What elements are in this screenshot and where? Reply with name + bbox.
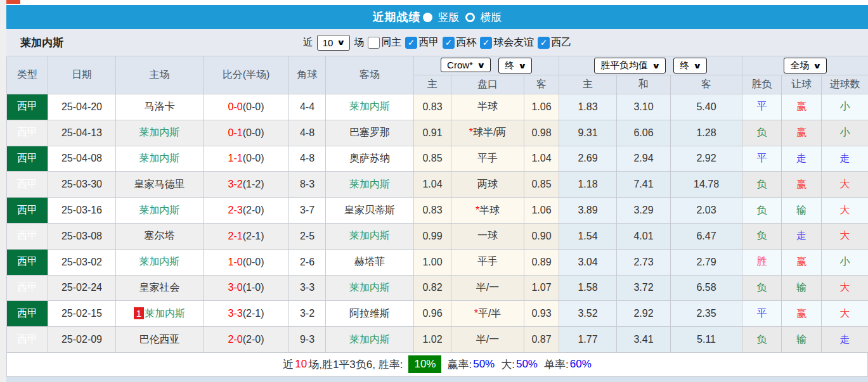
ah-away-odds: 1.04 <box>524 146 559 172</box>
away-team-name[interactable]: 皇家贝蒂斯 <box>344 205 395 215</box>
home-team-name[interactable]: 马洛卡 <box>145 101 175 111</box>
match-count-select[interactable]: 10 ∨ <box>317 35 350 51</box>
avg-home-odds: 3.89 <box>559 198 617 224</box>
laliga-label[interactable]: 西甲 <box>418 36 439 49</box>
chevron-down-icon: ∨ <box>813 61 822 70</box>
ah-line-cell: 平手 <box>451 146 524 172</box>
away-team-name[interactable]: 莱加内斯 <box>349 101 390 111</box>
avg-draw-odds: 2.92 <box>617 301 671 327</box>
home-team-name[interactable]: 塞尔塔 <box>145 230 175 241</box>
avg-home-odds: 2.69 <box>559 146 617 172</box>
vertical-layout-label[interactable]: 竖版 <box>438 10 460 25</box>
copa-checkbox[interactable] <box>443 37 455 49</box>
ah-home-odds: 0.99 <box>414 223 451 249</box>
match-date: 25-03-02 <box>48 249 116 275</box>
same-home-checkbox[interactable] <box>368 37 380 49</box>
scope-value: 全场 <box>790 60 809 72</box>
scope-select[interactable]: 全场 ∨ <box>784 58 827 73</box>
home-team-name[interactable]: 莱加内斯 <box>139 153 180 163</box>
ah-company-select[interactable]: Crow* ∨ <box>441 58 491 72</box>
ah-away-odds: 0.93 <box>524 301 559 327</box>
avg-type-select[interactable]: 胜平负均值 ∨ <box>594 58 666 73</box>
match-count-value: 10 <box>323 37 334 48</box>
fulltime-score: 2-0 <box>228 334 243 345</box>
table-row: 西甲 25-04-08 莱加内斯 1-1(0-0) 4-8 奥萨苏纳 0.85 … <box>7 146 868 172</box>
home-team-name[interactable]: 莱加内斯 <box>139 256 180 267</box>
near-label: 近 <box>303 36 313 49</box>
footer-single-pct: 60% <box>570 358 592 371</box>
subcol-handicap: 让球 <box>782 75 822 94</box>
home-team-name[interactable]: 皇家社会 <box>139 282 180 293</box>
subcol-wdl: 胜负 <box>742 75 782 94</box>
result-wdl: 负 <box>742 223 782 249</box>
home-team-name[interactable]: 莱加内斯 <box>145 308 185 319</box>
result-wdl: 平 <box>742 94 782 120</box>
laliga-filter: 西甲 <box>405 36 439 49</box>
footer-big-pct: 50% <box>516 358 538 371</box>
ah-line-cell: *球半/两 <box>451 120 524 146</box>
ah-away-odds: 0.98 <box>524 120 559 146</box>
ah-time-value: 终 <box>505 60 514 72</box>
league-badge: 西甲 <box>7 120 48 146</box>
chevron-down-icon: ∨ <box>337 38 346 47</box>
avg-draw-odds: 3.41 <box>617 327 671 353</box>
same-home-label[interactable]: 同主 <box>381 36 401 49</box>
ah-away-odds: 1.06 <box>524 198 559 224</box>
subcol-ah-home: 主 <box>414 75 451 94</box>
avg-away-odds: 1.28 <box>671 120 742 146</box>
copa-label[interactable]: 西杯 <box>456 36 476 49</box>
result-goals: 大 <box>822 172 868 198</box>
home-team-name[interactable]: 皇家马德里 <box>134 179 185 189</box>
score-cell: 3-2(1-2) <box>204 172 289 198</box>
away-team-name[interactable]: 莱加内斯 <box>349 334 390 345</box>
avg-home-odds: 1.18 <box>559 172 617 198</box>
segunda-label[interactable]: 西乙 <box>551 36 571 49</box>
match-date: 25-04-08 <box>48 146 116 172</box>
footer-single-label: 单率: <box>544 357 569 372</box>
league-badge: 西甲 <box>7 301 48 327</box>
result-wdl: 负 <box>742 198 782 224</box>
avg-away-odds: 6.47 <box>671 223 742 249</box>
home-team-name[interactable]: 莱加内斯 <box>139 205 180 215</box>
away-team-name[interactable]: 阿拉维斯 <box>349 308 390 319</box>
vertical-layout-radio[interactable] <box>423 13 432 22</box>
away-team-name[interactable]: 莱加内斯 <box>349 230 390 241</box>
avg-time-select[interactable]: 终 ∨ <box>673 58 707 73</box>
segunda-checkbox[interactable] <box>538 37 550 49</box>
result-goals: 大 <box>822 198 868 224</box>
league-badge: 西甲 <box>7 275 48 301</box>
away-team-cell: 莱加内斯 <box>326 172 414 198</box>
home-team-name[interactable]: 巴伦西亚 <box>139 334 180 345</box>
chevron-down-icon: ∨ <box>652 61 661 70</box>
home-team-cell: 莱加内斯 <box>116 198 204 224</box>
corners-cell: 8-3 <box>289 172 326 198</box>
avg-type-value: 胜平负均值 <box>600 60 648 72</box>
match-date: 25-04-20 <box>48 94 116 120</box>
away-team-name[interactable]: 奥萨苏纳 <box>349 153 390 163</box>
subcol-avg-away: 客 <box>671 75 742 94</box>
away-team-cell: 莱加内斯 <box>326 327 414 353</box>
home-team-name[interactable]: 莱加内斯 <box>139 127 180 137</box>
laliga-checkbox[interactable] <box>405 37 417 49</box>
avg-away-odds: 2.92 <box>671 146 742 172</box>
copa-filter: 西杯 <box>443 36 476 49</box>
col-date: 日期 <box>48 56 116 94</box>
score-cell: 3-3(2-1) <box>204 301 289 327</box>
col-away: 客场 <box>326 56 414 94</box>
friendly-label[interactable]: 球会友谊 <box>493 36 534 49</box>
footer-summary: 场,胜1平3负6, 胜率: <box>308 357 403 372</box>
away-team-name[interactable]: 莱加内斯 <box>349 282 390 293</box>
horizontal-layout-radio[interactable] <box>465 13 475 22</box>
table-row: 西甲 25-02-24 皇家社会 3-0(1-0) 3-3 莱加内斯 0.82 … <box>7 275 868 301</box>
avg-home-odds: 3.52 <box>559 301 617 327</box>
away-team-name[interactable]: 巴塞罗那 <box>349 127 390 137</box>
horizontal-layout-label[interactable]: 横版 <box>481 10 502 25</box>
avg-draw-odds: 2.94 <box>617 146 671 172</box>
halftime-score: (2-1) <box>243 231 264 241</box>
away-team-name[interactable]: 莱加内斯 <box>349 179 390 189</box>
score-cell: 0-1(0-0) <box>204 120 289 146</box>
friendly-checkbox[interactable] <box>480 37 492 49</box>
ah-time-select[interactable]: 终 ∨ <box>498 58 532 73</box>
away-team-cell: 赫塔菲 <box>326 249 414 275</box>
away-team-name[interactable]: 赫塔菲 <box>354 256 385 267</box>
